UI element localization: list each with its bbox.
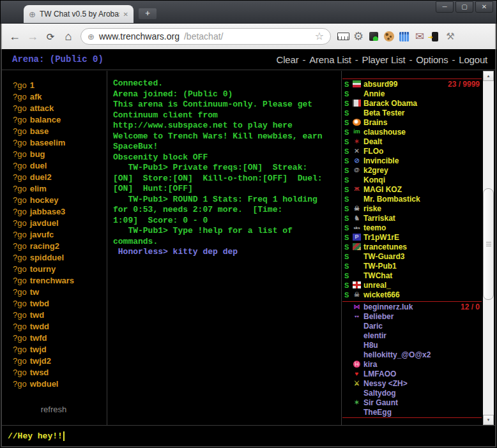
home-button[interactable]: ⌂	[60, 31, 77, 42]
go-command-link[interactable]: ?goracing2	[13, 241, 107, 253]
player-row[interactable]: Saltydog	[342, 388, 482, 398]
player-row[interactable]: S @ k2grey	[342, 165, 482, 175]
go-command-link[interactable]: ?gojavduel	[13, 218, 107, 230]
player-row[interactable]: S ☠ riske	[342, 204, 482, 213]
go-command-name: spidduel	[30, 253, 64, 262]
player-row[interactable]: ♥♥ Belieber	[342, 311, 482, 321]
go-command-link[interactable]: ?gotwbd	[13, 299, 107, 310]
go-command-link[interactable]: ?gojabbase3	[13, 207, 107, 218]
player-row[interactable]: S ⊘ Invincible	[342, 156, 482, 165]
go-command-link[interactable]: ?goattack	[13, 103, 107, 115]
player-row[interactable]: ⚔ Nessy <ZH>	[342, 378, 482, 388]
player-row[interactable]: S ✕ FLOo	[342, 146, 482, 156]
go-command-link[interactable]: ?gotwdd	[13, 322, 107, 333]
player-row[interactable]: S ✶ Dealt	[342, 137, 482, 146]
player-row[interactable]: S im claushouse	[342, 127, 482, 137]
go-command-link[interactable]: ?go1	[13, 80, 107, 92]
player-row[interactable]: S TW-Guard3	[342, 251, 482, 261]
player-row[interactable]: ✶ Sir Gaunt	[342, 398, 482, 407]
go-command-link[interactable]: ?goduel2	[13, 172, 107, 184]
player-row[interactable]: Daric	[342, 321, 482, 331]
browser-tab[interactable]: ⊕ TW Chat v0.5 by Arobas+ ✕	[24, 5, 134, 23]
bookmark-star-icon[interactable]: ☆	[315, 31, 324, 41]
player-name: teemo	[363, 223, 386, 232]
player-row[interactable]: ♓ kira	[342, 359, 482, 369]
phone-icon[interactable]	[427, 29, 443, 43]
go-command-link[interactable]: ?gotwd	[13, 310, 107, 322]
player-row[interactable]: S Beta Tester	[342, 108, 482, 117]
player-row[interactable]: S TW-Pub1	[342, 261, 482, 271]
player-list-scrollbar[interactable]: ▲ ▼	[483, 71, 494, 425]
player-name: hellokitty_@O@x2	[363, 350, 431, 359]
close-button[interactable]: ✕	[475, 1, 493, 13]
scroll-down-button[interactable]: ▼	[483, 415, 494, 425]
options-link[interactable]: Options	[416, 54, 448, 65]
player-row[interactable]: S sks teemo	[342, 223, 482, 232]
go-command-link[interactable]: ?goduel	[13, 161, 107, 172]
address-bar[interactable]: ⊕ www.trenchwars.org /betachat/ ☆	[80, 28, 331, 45]
player-row[interactable]: S Mr. Bombastick	[342, 194, 482, 204]
go-command-link[interactable]: ?gojavufc	[13, 230, 107, 241]
go-command-link[interactable]: ?gobaseelim	[13, 138, 107, 149]
go-command-link[interactable]: ?gospidduel	[13, 253, 107, 264]
player-row[interactable]: S P Tr1pW1rE	[342, 232, 482, 242]
sks-icon: sks	[353, 224, 361, 231]
go-command-link[interactable]: ?gowbduel	[13, 379, 107, 391]
minimize-button[interactable]: ─	[436, 1, 454, 13]
player-row[interactable]: S Annie	[342, 89, 482, 98]
gear-icon[interactable]	[351, 29, 366, 43]
player-row[interactable]: S trancetunes	[342, 242, 482, 251]
player-row[interactable]: S ☠ wicket666	[342, 290, 482, 299]
go-command-link[interactable]: ?gobase	[13, 126, 107, 138]
go-command-link[interactable]: ?gotwsd	[13, 368, 107, 379]
skull-icon: ☠	[353, 205, 361, 212]
cookie-icon[interactable]	[381, 29, 397, 43]
wrench-icon[interactable]	[443, 29, 458, 43]
go-command-link[interactable]: ?gotwjd	[13, 345, 107, 356]
scrollbar-track[interactable]	[483, 81, 494, 415]
logout-link[interactable]: Logout	[459, 54, 487, 65]
scroll-up-button[interactable]: ▲	[483, 71, 494, 81]
chat-input[interactable]: //Hey hey!!	[2, 425, 495, 446]
player-row[interactable]: S ♞ Tarriskat	[342, 213, 482, 223]
player-row[interactable]: S unreal_	[342, 280, 482, 290]
mail-icon[interactable]	[412, 29, 427, 43]
player-list-link[interactable]: Player List	[362, 54, 406, 65]
arena-list-link[interactable]: Arena List	[309, 54, 351, 65]
scrollbar-thumb[interactable]	[483, 188, 494, 300]
player-row[interactable]: H8u	[342, 340, 482, 350]
go-command-link[interactable]: ?gotwjd2	[13, 356, 107, 368]
player-row[interactable]: S Brains	[342, 117, 482, 127]
player-row[interactable]: S Ж MAGI KOZ	[342, 184, 482, 194]
sharing-flag: S	[344, 272, 350, 280]
england-flag-icon	[353, 281, 361, 288]
player-row[interactable]: elentir	[342, 331, 482, 340]
player-row[interactable]: ♥ LMFAOO	[342, 369, 482, 378]
go-command-link[interactable]: ?gobalance	[13, 115, 107, 126]
player-row[interactable]: hellokitty_@O@x2	[342, 350, 482, 359]
forward-button[interactable]: →	[24, 31, 41, 42]
tab-close-icon[interactable]: ✕	[123, 11, 128, 18]
go-command-link[interactable]: ?gotourny	[13, 264, 107, 276]
reload-button[interactable]: ⟳	[42, 32, 59, 41]
arena-label: Arena: (Public 0)	[12, 54, 103, 64]
clear-link[interactable]: Clear	[277, 54, 299, 65]
player-row[interactable]: S TWChat	[342, 271, 482, 280]
player-row[interactable]: S Barack Obama	[342, 98, 482, 108]
new-tab-button[interactable]: +	[139, 8, 157, 19]
go-command-link[interactable]: ?gobug	[13, 149, 107, 161]
go-command-link[interactable]: ?goafk	[13, 92, 107, 103]
player-row[interactable]: S Konqi	[342, 175, 482, 184]
go-command-link[interactable]: ?gotwfd	[13, 333, 107, 345]
go-command-link[interactable]: ?goelim	[13, 184, 107, 195]
maximize-button[interactable]: ▢	[455, 1, 473, 13]
go-command-link[interactable]: ?gotrenchwars	[13, 276, 107, 287]
refresh-button[interactable]: refresh	[13, 405, 95, 414]
player-row[interactable]: TheEgg	[342, 407, 482, 417]
ruler-icon[interactable]	[335, 29, 351, 43]
calendar-icon[interactable]	[397, 29, 412, 43]
go-command-link[interactable]: ?gohockey	[13, 195, 107, 207]
go-command-link[interactable]: ?gotw	[13, 287, 107, 299]
dictionary-icon[interactable]	[366, 29, 381, 43]
back-button[interactable]: ←	[6, 31, 23, 42]
